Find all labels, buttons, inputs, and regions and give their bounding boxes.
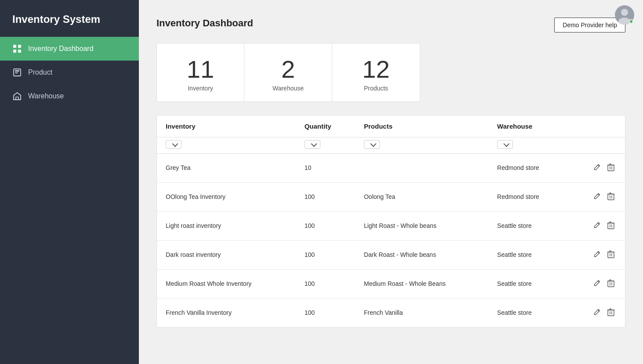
page-header: Inventory Dashboard Demo Provider help [156,18,625,32]
filter-warehouse [488,137,568,153]
cell-quantity: 100 [296,298,355,327]
warehouse-count: 2 [281,56,295,83]
cell-warehouse: Seattle store [488,269,568,298]
col-header-warehouse: Warehouse [488,115,568,137]
table-body: Grey Tea10Redmond store [157,153,625,327]
cell-actions [568,211,625,240]
chevron-down-icon [311,141,317,147]
svg-rect-3 [18,50,21,53]
edit-icon [593,222,600,229]
topbar [615,5,634,25]
cell-warehouse: Redmond store [488,182,568,211]
main-content: Inventory Dashboard Demo Provider help 1… [139,0,643,364]
delete-button[interactable] [606,278,616,290]
svg-rect-2 [13,50,16,53]
cell-quantity: 100 [296,269,355,298]
trash-icon [607,308,614,316]
filter-quantity [296,137,355,153]
table-header-row: Inventory Quantity Products Warehouse [157,115,625,137]
chevron-down-icon [172,141,178,147]
sidebar-warehouse-label: Warehouse [28,92,64,100]
trash-icon [607,192,614,200]
cell-warehouse: Seattle store [488,211,568,240]
delete-button[interactable] [606,249,616,261]
svg-rect-10 [608,194,614,200]
edit-button[interactable] [592,278,602,290]
edit-icon [593,164,600,171]
sidebar: Inventory System Inventory Dashboard Pro… [0,0,139,364]
svg-marker-7 [14,93,21,100]
products-stat-card: 12 Products [332,43,420,102]
cell-products: Light Roast - Whole beans [355,211,488,240]
inventory-label: Inventory [188,85,213,92]
svg-rect-5 [15,70,19,72]
cell-inventory: OOlong Tea Inventory [157,182,296,211]
cell-quantity: 10 [296,153,355,182]
warehouse-stat-card: 2 Warehouse [244,43,332,102]
cell-quantity: 100 [296,240,355,269]
sidebar-item-product[interactable]: Product [0,61,139,84]
cell-warehouse: Seattle store [488,298,568,327]
avatar-container [615,5,634,25]
svg-rect-11 [608,223,614,229]
sidebar-dashboard-label: Inventory Dashboard [28,45,94,53]
edit-button[interactable] [592,307,602,319]
edit-button[interactable] [592,191,602,203]
cell-inventory: Dark roast inventory [157,240,296,269]
table-row: French Vanilla Inventory100French Vanill… [157,298,625,327]
cell-actions [568,153,625,182]
edit-icon [593,193,600,200]
sidebar-item-dashboard[interactable]: Inventory Dashboard [0,37,139,61]
edit-icon [593,251,600,258]
inventory-stat-card: 11 Inventory [156,43,244,102]
filter-inventory [157,137,296,153]
warehouse-filter-button[interactable] [497,140,513,149]
inventory-table: Inventory Quantity Products Warehouse [156,115,625,328]
inventory-filter-button[interactable] [166,140,182,149]
quantity-filter-button[interactable] [305,140,320,149]
svg-rect-12 [608,252,614,258]
table-row: Medium Roast Whole Inventory100Medium Ro… [157,269,625,298]
cell-quantity: 100 [296,211,355,240]
cell-actions [568,298,625,327]
svg-rect-0 [13,45,16,48]
cell-warehouse: Redmond store [488,153,568,182]
cell-products: Dark Roast - Whole beans [355,240,488,269]
delete-button[interactable] [606,220,616,232]
edit-button[interactable] [592,220,602,232]
trash-icon [607,279,614,287]
cell-products [355,153,488,182]
edit-button[interactable] [592,249,602,261]
filter-products [355,137,488,153]
cell-inventory: Grey Tea [157,153,296,182]
cell-actions [568,182,625,211]
avatar-status-dot [629,19,633,24]
table-row: OOlong Tea Inventory100Oolong TeaRedmond… [157,182,625,211]
table-row: Dark roast inventory100Dark Roast - Whol… [157,240,625,269]
sidebar-item-warehouse[interactable]: Warehouse [0,84,139,108]
edit-button[interactable] [592,162,602,174]
trash-icon [607,221,614,229]
warehouse-icon [12,91,22,101]
cell-products: Oolong Tea [355,182,488,211]
content-area: Inventory Dashboard Demo Provider help 1… [139,0,643,364]
svg-rect-14 [608,310,614,316]
table-row: Grey Tea10Redmond store [157,153,625,182]
cell-products: Medium Roast - Whole Beans [355,269,488,298]
app-title: Inventory System [0,0,139,37]
delete-button[interactable] [606,191,616,203]
trash-icon [607,163,614,171]
delete-button[interactable] [606,306,616,319]
col-header-inventory: Inventory [157,115,296,137]
products-count: 12 [362,56,389,83]
cell-inventory: Medium Roast Whole Inventory [157,269,296,298]
delete-button[interactable] [606,162,616,174]
sidebar-product-label: Product [28,68,52,76]
col-header-quantity: Quantity [296,115,355,137]
edit-icon [593,280,600,287]
warehouse-label: Warehouse [272,85,304,92]
col-header-products: Products [355,115,488,137]
chevron-down-icon [370,141,376,147]
products-filter-button[interactable] [364,140,380,149]
dashboard-icon [12,44,22,54]
